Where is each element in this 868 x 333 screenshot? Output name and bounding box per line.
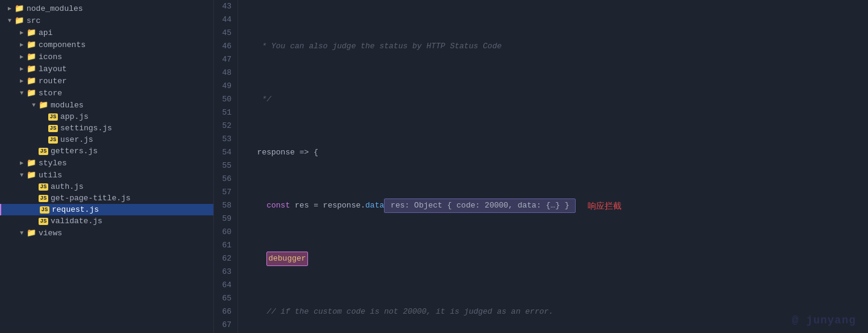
sidebar-item-user-js[interactable]: ▶ JS user.js xyxy=(0,134,213,145)
folder-icon: 📁 xyxy=(14,4,24,13)
folder-icon: 📁 xyxy=(39,100,48,110)
sidebar-item-label: request.js xyxy=(52,205,99,214)
code-token: */ xyxy=(248,93,271,106)
arrow-icon: ▼ xyxy=(17,230,27,236)
sidebar-item-label: api xyxy=(39,28,52,37)
code-content: * You can also judge the status by HTTP … xyxy=(238,0,868,333)
arrow-icon: ▶ xyxy=(17,29,27,36)
folder-icon: 📁 xyxy=(27,64,36,74)
sidebar-item-validate-js[interactable]: ▶ JS validate.js xyxy=(0,215,213,227)
code-line-43: * You can also judge the status by HTTP … xyxy=(248,40,868,53)
code-token xyxy=(248,252,266,265)
watermark: @ junyang xyxy=(792,314,856,327)
folder-icon: 📁 xyxy=(27,76,36,86)
code-token-debugger: debugger xyxy=(266,252,307,266)
code-line-48: // if the custom code is not 20000, it i… xyxy=(248,305,868,319)
arrow-icon: ▶ xyxy=(17,41,27,48)
code-token: const xyxy=(266,199,290,212)
code-editor: 4344454647 4849505152 5354555657 5859606… xyxy=(214,0,868,333)
sidebar-item-label: icons xyxy=(39,52,62,62)
code-token: data xyxy=(365,199,384,212)
folder-icon: 📁 xyxy=(27,170,36,180)
code-line-47: debugger xyxy=(248,252,868,265)
js-icon: JS xyxy=(40,206,49,214)
sidebar-item-label: node_modules xyxy=(27,4,83,13)
sidebar-item-label: settings.js xyxy=(60,124,112,133)
folder-icon: 📁 xyxy=(27,52,36,62)
arrow-icon: ▼ xyxy=(17,90,27,97)
sidebar-item-label: modules xyxy=(51,101,84,110)
sidebar-item-modules[interactable]: ▼ 📁 modules xyxy=(0,99,213,111)
sidebar-item-settings-js[interactable]: ▶ JS settings.js xyxy=(0,122,213,134)
sidebar-item-label: app.js xyxy=(60,112,89,121)
code-line-46: const res = response.data res: Object { … xyxy=(248,199,868,212)
code-line-45: response => { xyxy=(248,146,868,159)
file-tree[interactable]: ▶ 📁 node_modules ▼ 📁 src ▶ 📁 api ▶ 📁 com… xyxy=(0,0,214,333)
sidebar-item-get-page-title-js[interactable]: ▶ JS get-page-title.js xyxy=(0,192,213,204)
code-token: response => { xyxy=(248,146,318,159)
sidebar-item-label: layout xyxy=(39,65,67,74)
js-icon: JS xyxy=(39,183,48,191)
sidebar-item-components[interactable]: ▶ 📁 components xyxy=(0,39,213,51)
sidebar-item-label: utils xyxy=(39,171,62,180)
sidebar-item-label: getters.js xyxy=(51,147,98,156)
sidebar-item-app-js[interactable]: ▶ JS app.js xyxy=(0,111,213,122)
sidebar-item-styles[interactable]: ▶ 📁 styles xyxy=(0,157,213,169)
sidebar-item-auth-js[interactable]: ▶ JS auth.js xyxy=(0,181,213,192)
arrow-icon: ▼ xyxy=(29,102,39,109)
code-token xyxy=(248,199,266,212)
folder-icon: 📁 xyxy=(27,28,36,37)
sidebar-item-label: src xyxy=(27,16,40,25)
sidebar-item-node_modules[interactable]: ▶ 📁 node_modules xyxy=(0,2,213,14)
sidebar-item-label: get-page-title.js xyxy=(51,194,131,203)
sidebar-item-router[interactable]: ▶ 📁 router xyxy=(0,75,213,87)
folder-icon: 📁 xyxy=(14,16,24,25)
arrow-icon: ▶ xyxy=(17,53,27,60)
arrow-icon: ▶ xyxy=(5,5,14,12)
folder-icon: 📁 xyxy=(27,88,36,98)
sidebar-item-label: user.js xyxy=(60,135,93,144)
folder-icon: 📁 xyxy=(27,228,36,238)
sidebar-item-label: views xyxy=(39,229,62,238)
code-line-44: */ xyxy=(248,93,868,106)
arrow-icon: ▼ xyxy=(17,172,27,179)
arrow-icon: ▶ xyxy=(17,65,27,72)
folder-icon: 📁 xyxy=(27,158,36,168)
sidebar-item-store[interactable]: ▼ 📁 store xyxy=(0,87,213,99)
sidebar-item-src[interactable]: ▼ 📁 src xyxy=(0,14,213,27)
sidebar-item-label: validate.js xyxy=(51,217,102,226)
folder-icon: 📁 xyxy=(27,40,36,49)
line-numbers: 4344454647 4849505152 5354555657 5859606… xyxy=(214,0,238,333)
sidebar-item-views[interactable]: ▼ 📁 views xyxy=(0,227,213,239)
arrow-icon: ▶ xyxy=(17,159,27,166)
sidebar-item-label: router xyxy=(39,77,67,86)
sidebar-item-layout[interactable]: ▶ 📁 layout xyxy=(0,63,213,75)
sidebar-item-utils[interactable]: ▼ 📁 utils xyxy=(0,169,213,181)
code-token: * You can also judge the status by HTTP … xyxy=(248,40,502,53)
sidebar-item-label: auth.js xyxy=(51,182,84,191)
arrow-icon: ▼ xyxy=(5,17,14,24)
sidebar-item-label: components xyxy=(39,40,86,49)
sidebar-item-request-js[interactable]: ▶ JS request.js xyxy=(0,204,213,215)
sidebar-item-label: store xyxy=(39,89,62,98)
annotation: 响应拦截 xyxy=(588,199,621,212)
js-icon: JS xyxy=(39,218,48,225)
js-icon: JS xyxy=(48,125,58,132)
code-token: res = response. xyxy=(290,199,365,212)
code-token: // if the custom code is not 20000, it i… xyxy=(248,305,553,319)
js-icon: JS xyxy=(48,136,58,144)
js-icon: JS xyxy=(48,113,58,121)
arrow-icon: ▶ xyxy=(17,77,27,84)
code-token-highlight: res: Object { code: 20000, data: {…} } xyxy=(384,198,576,213)
sidebar-item-icons[interactable]: ▶ 📁 icons xyxy=(0,51,213,63)
sidebar-item-api[interactable]: ▶ 📁 api xyxy=(0,27,213,39)
sidebar-item-getters-js[interactable]: ▶ JS getters.js xyxy=(0,145,213,157)
js-icon: JS xyxy=(39,195,48,202)
code-area: 4344454647 4849505152 5354555657 5859606… xyxy=(214,0,868,333)
sidebar-item-label: styles xyxy=(39,159,67,168)
js-icon: JS xyxy=(39,148,48,155)
